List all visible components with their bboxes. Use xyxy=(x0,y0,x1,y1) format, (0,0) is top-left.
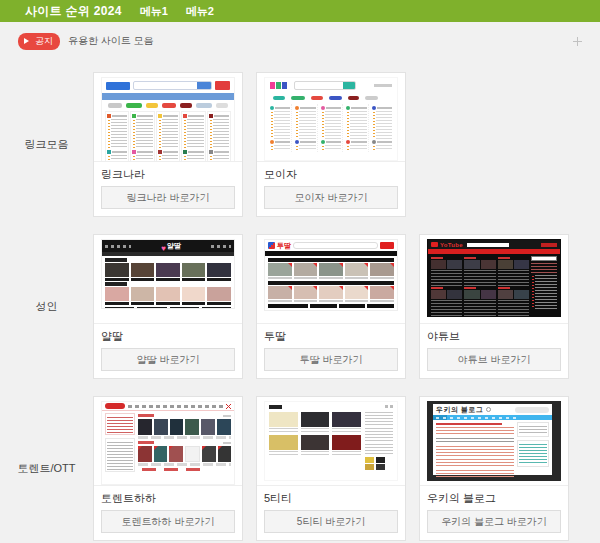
go-button-tuddal[interactable]: 투딸 바로가기 xyxy=(264,348,398,371)
site-title: 사이트 순위 2024 xyxy=(25,3,122,20)
go-button-5titi[interactable]: 5티티 바로가기 xyxy=(264,510,398,533)
thumb-logo xyxy=(105,403,125,409)
site-thumbnail[interactable]: 우키의 블로그 xyxy=(427,401,561,485)
thumb-section-bar xyxy=(268,281,394,285)
site-card-linknara: 링크나라 링크나라 바로가기 xyxy=(93,72,243,217)
thumbnail-preview xyxy=(264,77,398,161)
play-icon xyxy=(431,242,438,247)
site-name: 우키의 블로그 xyxy=(427,486,561,510)
thumbnail-preview xyxy=(101,401,235,485)
thumbnail-preview: 투딸 xyxy=(264,239,398,311)
thumb-logo: 투딸 xyxy=(277,241,291,251)
thumb-video-row xyxy=(265,263,397,279)
thumb-video-row xyxy=(265,286,397,302)
notice-badge: 공지 xyxy=(18,33,60,50)
thumb-section-bar xyxy=(105,258,127,262)
go-button-linknara[interactable]: 링크나라 바로가기 xyxy=(101,186,235,209)
site-thumbnail[interactable]: 투딸 xyxy=(264,239,398,323)
thumb-section-bar xyxy=(268,258,394,262)
thumb-video-row xyxy=(102,263,234,281)
megaphone-icon xyxy=(24,38,32,44)
thumb-logo-icon xyxy=(268,242,275,249)
thumb-nav-links xyxy=(105,245,131,248)
thumb-button xyxy=(215,81,230,90)
heart-icon xyxy=(161,239,166,255)
site-name: 모이자 xyxy=(264,162,398,186)
go-button-yatube[interactable]: 야튜브 바로가기 xyxy=(427,348,561,371)
thumb-nav-links xyxy=(128,405,223,408)
thumb-video-columns xyxy=(431,256,529,317)
notice-badge-label: 공지 xyxy=(35,35,53,48)
thumb-link-columns xyxy=(102,110,234,161)
thumb-search-bar xyxy=(467,243,509,247)
thumbnail-preview xyxy=(101,77,235,161)
site-card-yatube: YoTube xyxy=(419,234,569,379)
site-card-5titi: 5티티 5티티 바로가기 xyxy=(256,396,406,541)
search-icon xyxy=(486,407,491,412)
section-linkcollection: 링크모음 xyxy=(0,72,600,217)
thumb-sidebar xyxy=(365,412,393,470)
thumb-logo xyxy=(106,82,130,90)
thumbnail-preview xyxy=(264,401,398,481)
thumb-search-bar xyxy=(515,407,549,413)
site-card-torrenthaha: 토렌트하하 토렌트하하 바로가기 xyxy=(93,396,243,541)
thumb-links xyxy=(374,84,392,87)
thumbnail-preview: 우키의 블로그 xyxy=(427,401,561,481)
site-card-moija: 모이자 모이자 바로가기 xyxy=(256,72,406,217)
site-name: 얄딸 xyxy=(101,324,235,348)
notice-text[interactable]: 유용한 사이트 모음 xyxy=(68,34,154,48)
thumb-post-grid xyxy=(269,412,361,470)
thumb-footer-bars xyxy=(265,302,397,310)
more-icon[interactable] xyxy=(573,37,582,46)
thumb-search-bar xyxy=(133,81,212,90)
thumb-header-icons xyxy=(385,405,393,408)
thumb-poster-area xyxy=(138,413,231,472)
site-thumbnail[interactable]: 얄딸 xyxy=(101,239,235,323)
thumb-post-content xyxy=(436,422,514,477)
site-thumbnail[interactable]: YoTube xyxy=(427,239,561,323)
thumb-logo: 얄딸 xyxy=(161,239,181,255)
section-label: 성인 xyxy=(0,234,93,379)
thumb-sidebar xyxy=(517,422,549,477)
section-torrent-ott: 토렌트/OTT xyxy=(0,396,600,541)
section-label: 링크모음 xyxy=(0,72,93,217)
thumb-sidebar xyxy=(105,413,135,472)
thumb-nav-links xyxy=(211,245,231,248)
thumb-section-bar xyxy=(105,282,127,286)
go-button-moija[interactable]: 모이자 바로가기 xyxy=(264,186,398,209)
menu-item-1[interactable]: 메뉴1 xyxy=(140,4,168,19)
site-thumbnail[interactable] xyxy=(101,401,235,485)
thumb-logo xyxy=(270,82,287,89)
site-name: 야튜브 xyxy=(427,324,561,348)
thumb-logo: YoTube xyxy=(440,242,463,248)
section-adult: 성인 얄딸 xyxy=(0,234,600,379)
thumb-footer-bars xyxy=(102,305,234,309)
go-button-ukiblog[interactable]: 우키의 블로그 바로가기 xyxy=(427,510,561,533)
site-thumbnail[interactable] xyxy=(264,77,398,161)
thumb-tag-row xyxy=(265,93,397,104)
site-card-yalddal: 얄딸 xyxy=(93,234,243,379)
site-thumbnail[interactable] xyxy=(101,77,235,161)
site-name: 토렌트하하 xyxy=(101,486,235,510)
thumb-search-bar xyxy=(293,242,378,249)
site-name: 5티티 xyxy=(264,486,398,510)
thumb-nav-bar xyxy=(265,251,397,256)
site-name: 투딸 xyxy=(264,324,398,348)
thumb-nav-bar xyxy=(102,93,234,100)
go-button-torrenthaha[interactable]: 토렌트하하 바로가기 xyxy=(101,510,235,533)
site-thumbnail[interactable] xyxy=(264,401,398,485)
top-header: 사이트 순위 2024 메뉴1 메뉴2 xyxy=(0,0,600,22)
site-name: 링크나라 xyxy=(101,162,235,186)
thumb-blog-title: 우키의 블로그 xyxy=(436,405,483,415)
notice-bar: 공지 유용한 사이트 모음 xyxy=(18,33,582,49)
thumb-logo xyxy=(269,405,282,409)
thumb-sidebar xyxy=(531,256,557,317)
menu-item-2[interactable]: 메뉴2 xyxy=(186,4,214,19)
thumb-sidebar-search xyxy=(531,256,557,261)
thumb-tag-row xyxy=(102,100,234,110)
thumb-search-bar xyxy=(294,81,356,90)
thumb-link-columns xyxy=(265,104,397,152)
thumbnail-preview: 얄딸 xyxy=(101,239,235,309)
thumb-video-row xyxy=(102,287,234,305)
go-button-yalddal[interactable]: 얄딸 바로가기 xyxy=(101,348,235,371)
